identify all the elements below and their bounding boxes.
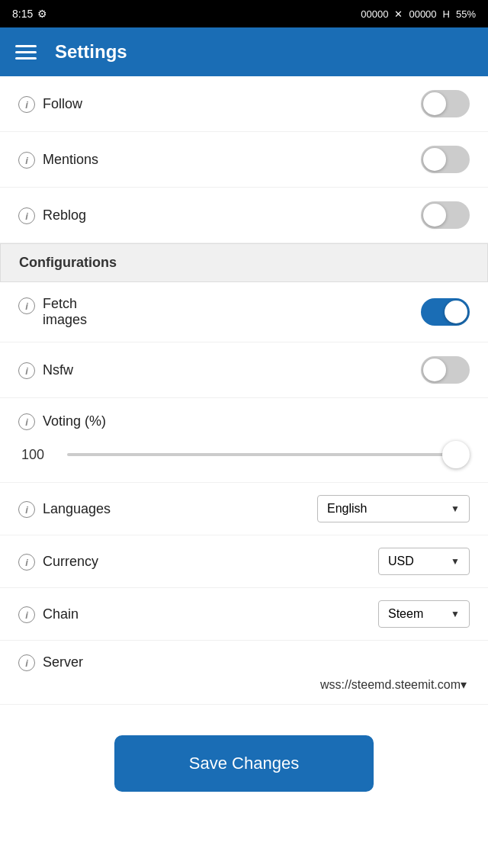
app-header: Settings: [0, 27, 488, 76]
server-info-icon[interactable]: i: [18, 654, 35, 671]
reblog-label-text: Reblog: [43, 207, 86, 223]
app-icon: ⚙: [37, 8, 47, 20]
fetch-images-label-text: Fetchimages: [43, 296, 87, 328]
reblog-label: i Reblog: [18, 206, 86, 224]
nsfw-track: [421, 356, 470, 384]
currency-selected-value: USD: [388, 555, 414, 568]
voting-row: i Voting (%) 100: [0, 398, 488, 483]
settings-content: i Follow i Mentions i Reb: [0, 76, 488, 822]
nsfw-label: i Nsfw: [18, 361, 73, 379]
hamburger-line-3: [15, 57, 37, 59]
fetch-images-info-icon[interactable]: i: [18, 297, 35, 314]
currency-info-icon[interactable]: i: [18, 554, 35, 571]
reblog-toggle[interactable]: [421, 201, 470, 229]
follow-toggle[interactable]: [421, 90, 470, 117]
nsfw-label-text: Nsfw: [43, 362, 73, 378]
signal-bars: 00000: [361, 8, 388, 20]
mentions-label: i Mentions: [18, 150, 98, 169]
network-bars: 00000: [409, 8, 436, 20]
currency-select[interactable]: USD ▼: [378, 548, 470, 575]
fetch-images-toggle[interactable]: [421, 298, 470, 326]
network-x-icon: ✕: [394, 8, 403, 20]
status-right: 00000 ✕ 00000 H 55%: [361, 8, 476, 20]
voting-slider-container: [67, 441, 470, 468]
mentions-info-icon[interactable]: i: [18, 152, 35, 169]
mentions-track: [421, 146, 470, 173]
mentions-label-text: Mentions: [43, 152, 98, 168]
status-bar: 8:15 ⚙ 00000 ✕ 00000 H 55%: [0, 0, 488, 27]
currency-row: i Currency USD ▼: [0, 535, 488, 588]
follow-thumb: [423, 92, 446, 115]
save-changes-button[interactable]: Save Changes: [114, 735, 374, 792]
server-label: i Server: [18, 653, 470, 671]
languages-row: i Languages English ▼: [0, 483, 488, 535]
chain-row: i Chain Steem ▼: [0, 588, 488, 641]
voting-slider-thumb[interactable]: [442, 441, 470, 468]
status-left: 8:15 ⚙: [12, 8, 47, 20]
languages-dropdown-arrow: ▼: [451, 503, 460, 514]
server-value[interactable]: wss://steemd.steemit.com▾: [18, 677, 470, 692]
chain-label-text: Chain: [43, 606, 79, 622]
setting-row-follow: i Follow: [0, 76, 488, 132]
nsfw-thumb: [423, 358, 446, 381]
follow-label-text: Follow: [43, 96, 82, 112]
configurations-label: Configurations: [19, 255, 117, 270]
voting-label-text: Voting (%): [43, 413, 106, 429]
currency-label: i Currency: [18, 552, 98, 571]
reblog-track: [421, 201, 470, 229]
hamburger-line-2: [15, 51, 37, 53]
fetch-images-track: [421, 298, 470, 326]
chain-info-icon[interactable]: i: [18, 606, 35, 623]
network-type: H: [443, 8, 450, 20]
battery-level: 55%: [456, 8, 476, 20]
chain-select[interactable]: Steem ▼: [378, 600, 470, 628]
mentions-toggle[interactable]: [421, 146, 470, 173]
currency-label-text: Currency: [43, 554, 98, 570]
hamburger-line-1: [15, 45, 37, 47]
setting-row-nsfw: i Nsfw: [0, 342, 488, 398]
chain-label: i Chain: [18, 605, 79, 623]
setting-row-fetch-images: i Fetchimages: [0, 282, 488, 342]
voting-value: 100: [21, 447, 55, 463]
fetch-images-label: i Fetchimages: [18, 296, 87, 328]
languages-label-text: Languages: [43, 501, 111, 517]
languages-select[interactable]: English ▼: [317, 495, 470, 522]
languages-info-icon[interactable]: i: [18, 501, 35, 518]
reblog-thumb: [423, 204, 446, 227]
nsfw-toggle[interactable]: [421, 356, 470, 384]
languages-selected-value: English: [327, 502, 367, 516]
nsfw-info-icon[interactable]: i: [18, 362, 35, 379]
mentions-thumb: [423, 148, 446, 171]
time-display: 8:15: [12, 8, 33, 20]
currency-dropdown-arrow: ▼: [451, 556, 460, 567]
save-section: Save Changes: [0, 705, 488, 822]
follow-label: i Follow: [18, 95, 82, 113]
voting-info-icon[interactable]: i: [18, 413, 35, 430]
reblog-info-icon[interactable]: i: [18, 207, 35, 224]
voting-slider-track: [67, 453, 470, 456]
setting-row-mentions: i Mentions: [0, 132, 488, 188]
follow-info-icon[interactable]: i: [18, 96, 35, 113]
languages-label: i Languages: [18, 500, 111, 518]
fetch-images-thumb: [445, 301, 467, 323]
hamburger-menu[interactable]: [15, 45, 37, 59]
chain-selected-value: Steem: [388, 607, 423, 621]
voting-label-row: i Voting (%): [18, 412, 470, 430]
setting-row-reblog: i Reblog: [0, 188, 488, 243]
server-label-text: Server: [43, 654, 83, 670]
follow-track: [421, 90, 470, 117]
server-row: i Server wss://steemd.steemit.com▾: [0, 641, 488, 705]
chain-dropdown-arrow: ▼: [451, 609, 460, 619]
page-title: Settings: [55, 41, 127, 63]
voting-slider-row: 100: [18, 441, 470, 468]
configurations-header: Configurations: [0, 243, 488, 282]
